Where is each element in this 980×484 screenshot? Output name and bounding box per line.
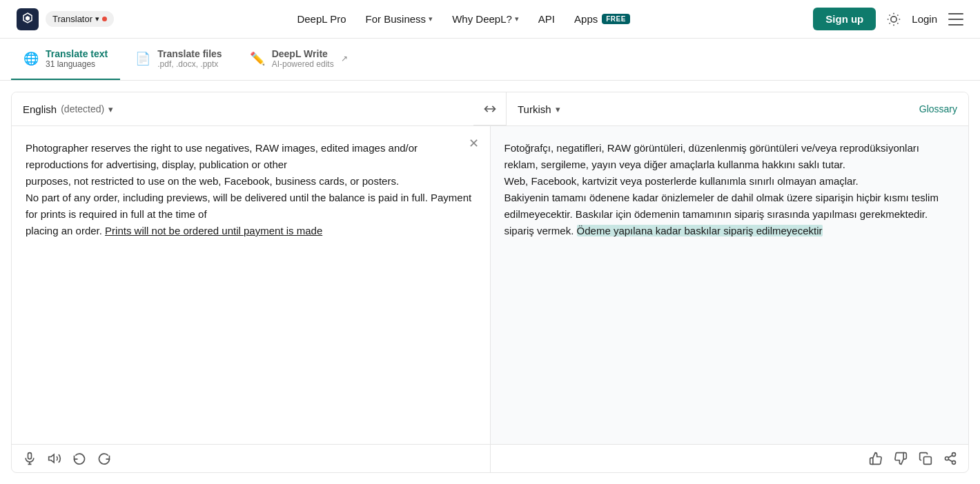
- undo-button[interactable]: [72, 452, 86, 465]
- svg-marker-16: [49, 454, 55, 463]
- globe-icon: 🌐: [23, 51, 39, 66]
- source-highlighted-text: Prints will not be ordered until payment…: [105, 225, 322, 236]
- svg-point-20: [952, 461, 956, 464]
- copy-button[interactable]: [919, 452, 932, 465]
- svg-rect-17: [924, 457, 932, 465]
- thumbs-up-button[interactable]: [869, 452, 883, 465]
- svg-line-9: [898, 14, 899, 15]
- tab-main-label: Translate files: [157, 48, 222, 59]
- source-text-area[interactable]: ✕ Photographer reserves the right to use…: [12, 126, 491, 444]
- svg-line-8: [890, 23, 890, 23]
- svg-point-18: [952, 453, 956, 456]
- svg-line-22: [948, 455, 952, 457]
- glossary-link[interactable]: Glossary: [919, 103, 957, 114]
- nav-apps[interactable]: Apps FREE: [574, 13, 630, 25]
- target-lang-bar: Turkish ▾ Glossary: [507, 92, 968, 125]
- translator-wrapper: English (detected) ▾ Turkish ▾: [11, 92, 969, 473]
- microphone-button[interactable]: [23, 452, 37, 465]
- translated-text: Fotoğrafçı, negatifleri, RAW görüntüleri…: [504, 140, 955, 239]
- tab-sub-label: .pdf, .docx, .pptx: [157, 59, 222, 69]
- translator-label: Translator: [52, 14, 92, 24]
- lang-chevron-icon: ▾: [108, 104, 113, 114]
- red-dot: [102, 17, 107, 21]
- language-bars-row: English (detected) ▾ Turkish ▾: [12, 92, 968, 126]
- source-lang-bar: English (detected) ▾: [12, 92, 473, 125]
- swap-languages-button[interactable]: [483, 102, 497, 116]
- speaker-button[interactable]: [48, 452, 61, 465]
- svg-line-21: [948, 459, 952, 461]
- lang-chevron-icon: ▾: [556, 104, 560, 114]
- svg-rect-10: [948, 13, 963, 14]
- deepl-logo[interactable]: [17, 8, 39, 30]
- nav-deepl-pro[interactable]: DeepL Pro: [297, 13, 346, 25]
- tab-text-group: Translate text 31 languages: [46, 48, 108, 69]
- document-icon: 📄: [135, 51, 150, 66]
- svg-rect-12: [948, 24, 963, 26]
- nav-why-deepl[interactable]: Why DeepL? ▾: [452, 13, 519, 25]
- tab-deepl-write[interactable]: ✏️ DeepL Write AI-powered edits ↗: [237, 39, 360, 80]
- tab-main-label: Translate text: [46, 48, 108, 59]
- share-button[interactable]: [943, 452, 957, 465]
- chevron-icon: ▾: [429, 14, 433, 23]
- nav-api[interactable]: API: [538, 13, 555, 25]
- tabs-bar: 🌐 Translate text 31 languages 📄 Translat…: [0, 39, 980, 81]
- svg-rect-13: [28, 453, 32, 459]
- panes-row: ✕ Photographer reserves the right to use…: [12, 126, 968, 444]
- thumbs-down-button[interactable]: [894, 452, 908, 465]
- target-text-area: Fotoğrafçı, negatifleri, RAW görüntüleri…: [491, 126, 969, 444]
- signup-button[interactable]: Sign up: [813, 8, 876, 30]
- main-container: 🌐 Translate text 31 languages 📄 Translat…: [0, 39, 980, 484]
- tab-translate-text[interactable]: 🌐 Translate text 31 languages: [11, 39, 120, 80]
- detected-label: (detected): [61, 103, 104, 114]
- tab-sub-label: 31 languages: [46, 59, 108, 69]
- redo-button[interactable]: [97, 452, 111, 465]
- svg-rect-11: [948, 19, 963, 20]
- svg-line-5: [898, 23, 899, 23]
- tab-text-group: Translate files .pdf, .docx, .pptx: [157, 48, 222, 69]
- source-toolbar: [12, 445, 491, 472]
- pen-icon: ✏️: [250, 51, 265, 66]
- tab-main-label: DeepL Write: [272, 48, 334, 59]
- svg-point-1: [891, 16, 896, 21]
- source-text: Photographer reserves the right to use n…: [26, 140, 476, 239]
- hamburger-menu-button[interactable]: [948, 13, 963, 26]
- target-lang-name: Turkish: [518, 103, 551, 115]
- target-language-selector[interactable]: Turkish ▾: [518, 103, 560, 115]
- theme-toggle-button[interactable]: [887, 12, 901, 26]
- tab-translate-files[interactable]: 📄 Translate files .pdf, .docx, .pptx: [123, 39, 234, 80]
- svg-point-19: [945, 457, 949, 461]
- chevron-down-icon: ▾: [95, 14, 99, 23]
- free-badge: FREE: [602, 14, 630, 24]
- clear-button[interactable]: ✕: [469, 137, 479, 150]
- bottom-toolbars: [12, 444, 968, 472]
- nav-links: DeepL Pro For Business ▾ Why DeepL? ▾ AP…: [136, 13, 791, 25]
- swap-btn-container: [473, 92, 507, 125]
- target-toolbar: [491, 445, 969, 472]
- nav-for-business[interactable]: For Business ▾: [366, 13, 433, 25]
- tab-sub-label: AI-powered edits: [272, 59, 334, 69]
- logo-area: Translator ▾: [17, 8, 114, 30]
- login-link[interactable]: Login: [912, 13, 937, 25]
- svg-line-4: [890, 14, 890, 15]
- header-right: Sign up Login: [813, 8, 963, 30]
- source-lang-name: English: [23, 103, 57, 115]
- translated-highlighted-text: Ödeme yapılana kadar baskılar sipariş ed…: [577, 225, 823, 236]
- header: Translator ▾ DeepL Pro For Business ▾ Wh…: [0, 0, 980, 39]
- translator-badge[interactable]: Translator ▾: [46, 11, 114, 27]
- tab-text-group: DeepL Write AI-powered edits: [272, 48, 334, 69]
- external-link-icon: ↗: [341, 54, 348, 63]
- chevron-icon: ▾: [515, 14, 519, 23]
- source-language-selector[interactable]: English (detected) ▾: [23, 103, 113, 115]
